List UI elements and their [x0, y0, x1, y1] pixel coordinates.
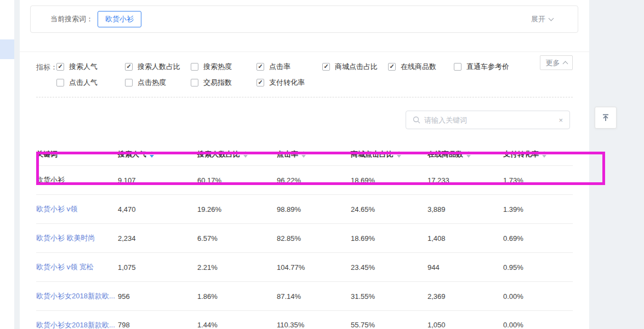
- keyword-cell: 欧货小衫女2018新款欧...: [36, 291, 118, 301]
- keyword-link[interactable]: 欧货小衫 v领: [36, 205, 77, 213]
- column-header: 关键词: [36, 149, 118, 159]
- indicator-checkbox-item[interactable]: 直通车参考价: [454, 62, 509, 72]
- cell-value: 17,233: [428, 176, 503, 184]
- left-sidebar-edge: [0, 0, 14, 329]
- more-button[interactable]: 更多: [540, 55, 573, 70]
- keyword-text: 欧货小衫: [36, 176, 65, 184]
- column-header[interactable]: 支付转化率: [503, 149, 573, 159]
- keyword-search-input[interactable]: [424, 116, 558, 124]
- back-to-top-button[interactable]: [595, 107, 617, 129]
- column-header-label: 关键词: [36, 149, 58, 159]
- indicator-row-2: 点击人气点击热度交易指数支付转化率: [56, 74, 589, 90]
- checkbox-checked-icon[interactable]: [257, 63, 264, 71]
- indicator-checkbox-item[interactable]: 商城点击占比: [322, 62, 388, 72]
- checkbox-checked-icon[interactable]: [56, 63, 64, 71]
- sort-icon[interactable]: [150, 151, 154, 158]
- indicator-label: 在线商品数: [401, 62, 436, 72]
- cell-value: 23.45%: [351, 263, 428, 272]
- keyword-link[interactable]: 欧货小衫女2018新款欧...: [36, 292, 115, 300]
- column-header-label: 支付转化率: [503, 149, 539, 159]
- checkbox-checked-icon[interactable]: [257, 79, 264, 86]
- cell-value: 0.00%: [503, 292, 573, 301]
- cell-value: 2,234: [118, 234, 197, 243]
- cell-value: 87.14%: [277, 292, 351, 301]
- checkbox-checked-icon[interactable]: [125, 63, 133, 71]
- keyword-link[interactable]: 欧货小衫 v领 宽松: [36, 263, 94, 271]
- column-header[interactable]: 搜索人数占比: [197, 149, 277, 159]
- cell-value: 956: [118, 292, 197, 301]
- indicator-checkbox-item[interactable]: 点击率: [257, 62, 322, 72]
- cell-value: 96.22%: [277, 176, 351, 184]
- indicator-label: 点击热度: [138, 78, 166, 88]
- more-label: 更多: [546, 58, 560, 68]
- indicator-label: 商城点击占比: [335, 62, 378, 72]
- column-header[interactable]: 点击率: [277, 149, 351, 159]
- cell-value: 24.65%: [351, 205, 428, 213]
- indicator-checkbox-item[interactable]: 搜索热度: [191, 62, 257, 72]
- cell-value: 798: [118, 321, 197, 329]
- sidebar-active-item-edge: [0, 39, 14, 59]
- current-search-term-button[interactable]: 欧货小衫: [98, 11, 141, 27]
- indicator-checkbox-item[interactable]: 在线商品数: [388, 62, 454, 72]
- indicator-checkbox-item[interactable]: 搜索人数占比: [125, 62, 191, 72]
- indicators-label: 指标：: [36, 62, 58, 72]
- cell-value: 3,889: [428, 205, 503, 213]
- table-row: 欧货小衫 v领4,47019.26%98.89%24.65%3,8891.39%: [36, 194, 573, 223]
- indicator-label: 搜索人数占比: [138, 62, 180, 72]
- checkbox-unchecked-icon[interactable]: [191, 79, 198, 86]
- sort-icon[interactable]: [466, 151, 471, 158]
- sort-icon[interactable]: [397, 151, 401, 158]
- indicator-label: 交易指数: [203, 78, 232, 88]
- column-header-label: 搜索人数占比: [197, 149, 240, 159]
- column-header-label: 商城点击占比: [351, 149, 394, 159]
- cell-value: 1.39%: [503, 205, 573, 213]
- expand-label: 展开: [531, 14, 545, 24]
- dashed-divider: [36, 97, 573, 97]
- table-row: 欧货小衫女2018新款欧...9561.86%87.14%31.55%2,369…: [36, 281, 573, 310]
- indicator-checkbox-item[interactable]: 点击人气: [56, 78, 125, 88]
- table-row: 欧货小衫 欧美时尚2,2346.57%82.85%18.69%1,4080.69…: [36, 223, 573, 252]
- column-header[interactable]: 商城点击占比: [351, 149, 428, 159]
- chevron-up-icon: [562, 61, 568, 67]
- cell-value: 98.89%: [277, 205, 351, 213]
- cell-value: 2.21%: [197, 263, 277, 272]
- checkbox-checked-icon[interactable]: [388, 63, 396, 71]
- cell-value: 55.75%: [351, 321, 428, 329]
- cell-value: 18.69%: [351, 176, 428, 184]
- keyword-cell: 欧货小衫 欧美时尚: [36, 233, 118, 243]
- checkbox-checked-icon[interactable]: [322, 63, 330, 71]
- keyword-cell: 欧货小衫 v领: [36, 204, 118, 214]
- indicator-checkbox-item[interactable]: 点击热度: [125, 78, 191, 88]
- keyword-search-box[interactable]: ×: [406, 111, 570, 129]
- indicator-checkbox-item[interactable]: 搜索人气: [56, 62, 125, 72]
- keyword-table: 关键词搜索人气搜索人数占比点击率商城点击占比在线商品数支付转化率 欧货小衫9,1…: [36, 143, 573, 329]
- keyword-link[interactable]: 欧货小衫 欧美时尚: [36, 234, 95, 242]
- column-header-label: 点击率: [277, 149, 298, 159]
- column-header-label: 在线商品数: [428, 149, 463, 159]
- column-header[interactable]: 在线商品数: [428, 149, 503, 159]
- sort-icon[interactable]: [542, 151, 546, 158]
- sort-icon[interactable]: [243, 151, 248, 158]
- cell-value: 6.57%: [197, 234, 277, 243]
- clear-search-icon[interactable]: ×: [558, 117, 563, 124]
- table-row: 欧货小衫 v领 宽松1,0752.21%104.77%23.45%9440.95…: [36, 252, 573, 281]
- column-header-label: 搜索人气: [118, 149, 146, 159]
- column-header[interactable]: 搜索人气: [118, 149, 197, 159]
- keyword-cell: 欧货小衫女2018新款欧...: [36, 320, 118, 329]
- expand-button[interactable]: 展开: [531, 14, 553, 24]
- checkbox-unchecked-icon[interactable]: [56, 79, 64, 86]
- keyword-search-row: ×: [20, 111, 570, 129]
- checkbox-unchecked-icon[interactable]: [454, 63, 461, 71]
- cell-value: 9,107: [118, 176, 197, 184]
- keyword-link[interactable]: 欧货小衫女2018新款欧...: [36, 321, 115, 329]
- cell-value: 1.86%: [197, 292, 277, 301]
- cell-value: 0.69%: [503, 234, 573, 243]
- indicator-checkbox-item[interactable]: 交易指数: [191, 78, 257, 88]
- indicator-checkbox-item[interactable]: 支付转化率: [257, 78, 305, 88]
- sort-icon[interactable]: [301, 151, 306, 158]
- checkbox-unchecked-icon[interactable]: [191, 63, 198, 71]
- cell-value: 2,369: [428, 292, 503, 301]
- checkbox-unchecked-icon[interactable]: [125, 79, 133, 86]
- search-icon: [413, 116, 420, 124]
- cell-value: 1.44%: [197, 321, 277, 329]
